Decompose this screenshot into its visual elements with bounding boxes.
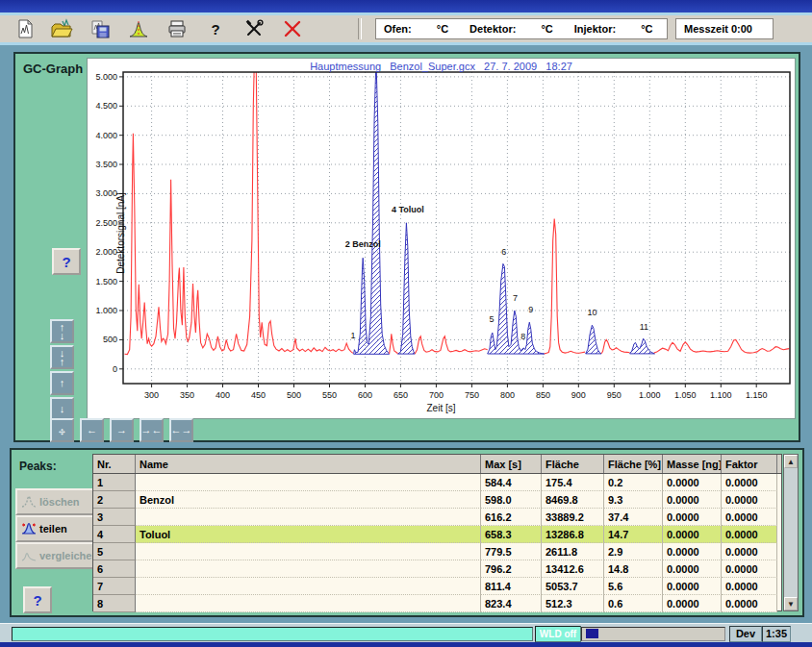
table-scrollbar[interactable]: ▲ ▼ <box>783 454 799 611</box>
table-cell[interactable]: 0.0000 <box>663 474 722 491</box>
zoom-in-vertical-button[interactable]: ↓ ↑ <box>50 345 74 369</box>
table-cell[interactable]: 8469.8 <box>542 491 604 509</box>
table-row[interactable]: 4Toluol658.313286.814.70.00000.0000 <box>93 526 781 543</box>
wld-status-button[interactable]: WLD off <box>535 626 581 642</box>
table-row[interactable]: 1584.4175.40.20.00000.0000 <box>93 474 781 491</box>
help-button[interactable]: ? <box>204 18 227 39</box>
abort-button[interactable] <box>281 18 304 39</box>
table-cell[interactable] <box>136 560 481 578</box>
measure-button[interactable] <box>127 18 150 39</box>
table-cell[interactable] <box>136 543 481 560</box>
zoom-out-horizontal-button[interactable]: ←→ <box>169 418 193 442</box>
table-cell[interactable]: 33889.2 <box>542 509 604 526</box>
graph-help-button[interactable]: ? <box>52 248 81 275</box>
table-cell[interactable]: 2611.8 <box>542 543 604 560</box>
table-cell[interactable]: 823.4 <box>481 595 542 612</box>
table-cell[interactable]: 0.0000 <box>663 526 722 543</box>
row-number-cell[interactable]: 2 <box>93 491 136 509</box>
table-row[interactable]: 3616.233889.237.40.00000.0000 <box>93 509 781 526</box>
table-row[interactable]: 8823.4512.30.60.00000.0000 <box>93 595 781 612</box>
column-header[interactable]: Faktor <box>722 455 777 473</box>
toolbar-separator <box>358 18 362 39</box>
scroll-up-button[interactable]: ▲ <box>784 455 798 468</box>
table-cell[interactable]: 14.8 <box>604 560 663 578</box>
table-row[interactable]: 2Benzol598.08469.89.30.00000.0000 <box>93 491 781 509</box>
table-cell[interactable]: 5.6 <box>604 578 663 595</box>
table-row[interactable]: 7811.45053.75.60.00000.0000 <box>93 578 781 595</box>
column-header[interactable]: Nr. <box>93 455 136 473</box>
table-cell[interactable] <box>136 578 481 595</box>
split-peak-button[interactable]: teilen <box>15 515 100 542</box>
table-cell[interactable]: 9.3 <box>604 491 663 509</box>
zoom-in-horizontal-button[interactable]: →← <box>140 418 164 442</box>
table-cell[interactable]: 0.0000 <box>722 595 777 612</box>
peaks-help-button[interactable]: ? <box>23 586 52 613</box>
table-cell[interactable]: 616.2 <box>481 509 542 526</box>
table-cell[interactable]: 0.0000 <box>663 491 722 509</box>
pan-right-button[interactable]: → <box>110 418 134 442</box>
chromatogram-chart[interactable]: 3003504004505005506006507007508008509009… <box>87 58 796 419</box>
row-number-cell[interactable]: 5 <box>93 543 136 560</box>
column-header[interactable]: Name <box>136 455 481 473</box>
table-cell[interactable]: 14.7 <box>604 526 663 543</box>
table-row[interactable]: 5779.52611.82.90.00000.0000 <box>93 543 781 560</box>
compare-peak-button[interactable]: vergleichen <box>15 542 100 569</box>
table-cell[interactable] <box>136 595 481 612</box>
table-cell[interactable]: 0.0000 <box>722 474 777 491</box>
table-cell[interactable]: 584.4 <box>481 474 542 491</box>
row-number-cell[interactable]: 3 <box>93 509 136 526</box>
print-button[interactable] <box>165 18 189 39</box>
table-cell[interactable]: 0.0000 <box>722 560 777 578</box>
table-cell[interactable] <box>136 474 481 491</box>
peaks-table[interactable]: Nr.NameMax [s]FlächeFläche [%]Masse [ng]… <box>92 454 782 611</box>
zoom-out-vertical-button[interactable]: ↑ ↓ <box>50 319 74 343</box>
column-header[interactable]: Fläche [%] <box>604 455 663 473</box>
column-header[interactable]: Masse [ng] <box>663 455 722 473</box>
table-cell[interactable]: 811.4 <box>481 578 542 595</box>
table-cell[interactable]: 13412.6 <box>542 560 604 578</box>
open-curve-button[interactable] <box>50 18 73 39</box>
table-cell[interactable]: 2.9 <box>604 543 663 560</box>
table-cell[interactable] <box>136 509 481 526</box>
row-number-cell[interactable]: 1 <box>93 474 136 491</box>
row-number-cell[interactable]: 7 <box>93 578 136 595</box>
table-cell[interactable]: 175.4 <box>542 474 604 491</box>
table-cell[interactable]: 512.3 <box>542 595 604 612</box>
delete-peak-button[interactable]: löschen <box>15 488 100 515</box>
table-cell[interactable]: 0.0000 <box>663 578 722 595</box>
table-cell[interactable]: 13286.8 <box>542 526 604 543</box>
table-cell[interactable]: Toluol <box>136 526 481 543</box>
save-curve-button[interactable] <box>89 18 112 39</box>
row-number-cell[interactable]: 8 <box>93 595 136 612</box>
table-cell[interactable]: Benzol <box>136 491 481 509</box>
table-cell[interactable]: 598.0 <box>481 491 542 509</box>
row-number-cell[interactable]: 4 <box>93 526 136 543</box>
pan-left-button[interactable]: ← <box>80 418 104 442</box>
scroll-down-button[interactable]: ▼ <box>784 597 798 610</box>
table-cell[interactable]: 0.0000 <box>663 560 722 578</box>
table-cell[interactable]: 0.0000 <box>722 509 777 526</box>
table-cell[interactable]: 0.0000 <box>722 491 777 509</box>
table-cell[interactable]: 0.2 <box>604 474 663 491</box>
table-cell[interactable]: 37.4 <box>604 509 663 526</box>
row-number-cell[interactable]: 6 <box>93 560 136 578</box>
table-cell[interactable]: 5053.7 <box>542 578 604 595</box>
table-cell[interactable]: 658.3 <box>481 526 542 543</box>
pan-up-button[interactable]: ↑ <box>50 371 74 395</box>
table-cell[interactable]: 0.0000 <box>663 595 722 612</box>
table-cell[interactable]: 796.2 <box>481 560 542 578</box>
column-header[interactable]: Max [s] <box>481 455 542 473</box>
table-cell[interactable]: 0.6 <box>604 595 663 612</box>
table-cell[interactable]: 0.0000 <box>722 543 777 560</box>
chromatogram-plot[interactable]: 3003504004505005506006507007508008509009… <box>88 59 797 420</box>
pan-all-button[interactable]: ↔↕ <box>50 418 74 442</box>
table-cell[interactable]: 0.0000 <box>663 509 722 526</box>
table-row[interactable]: 6796.213412.614.80.00000.0000 <box>93 560 781 578</box>
table-cell[interactable]: 0.0000 <box>663 543 722 560</box>
new-curve-button[interactable] <box>13 18 37 39</box>
column-header[interactable]: Fläche <box>542 455 604 473</box>
settings-button[interactable] <box>242 18 266 39</box>
table-cell[interactable]: 0.0000 <box>722 526 777 543</box>
table-cell[interactable]: 779.5 <box>481 543 542 560</box>
table-cell[interactable]: 0.0000 <box>722 578 777 595</box>
